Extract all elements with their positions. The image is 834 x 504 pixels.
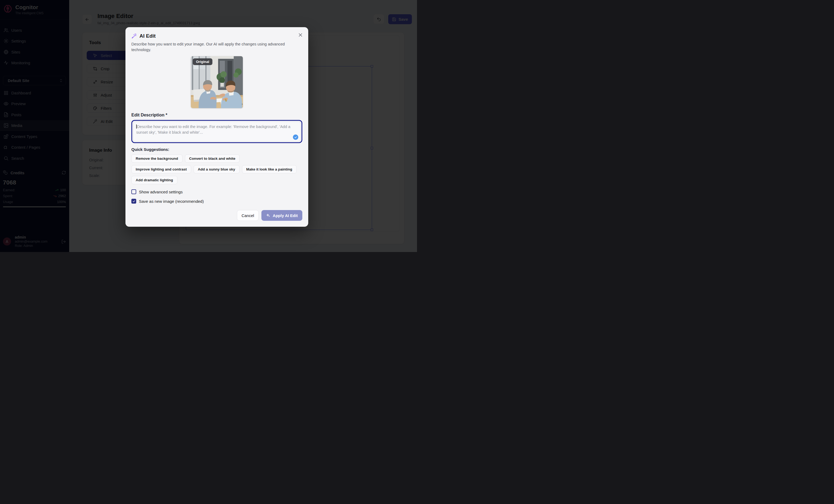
check-circle-icon — [293, 135, 298, 140]
original-badge: Original — [193, 59, 213, 65]
show-advanced-settings-checkbox[interactable]: Show advanced settings — [131, 189, 302, 194]
quick-suggestions: Remove the background Convert to black a… — [131, 154, 298, 184]
suggestion-remove-background[interactable]: Remove the background — [131, 154, 182, 163]
ai-edit-modal: AI Edit Describe how you want to edit yo… — [126, 27, 308, 227]
original-image-preview: Original — [191, 56, 243, 108]
text-caret — [136, 124, 137, 129]
edit-description-label: Edit Description * — [131, 113, 302, 117]
suggestion-painting[interactable]: Make it look like a painting — [242, 165, 297, 174]
suggestion-black-and-white[interactable]: Convert to black and white — [185, 154, 240, 163]
edit-description-placeholder: Describe how you want to edit the image.… — [136, 124, 290, 135]
wand-sparkles-icon — [131, 33, 137, 39]
suggestion-sunny-sky[interactable]: Add a sunny blue sky — [194, 165, 240, 174]
app-root: Cognitor The intelligent CMS Users Setti… — [0, 0, 417, 252]
suggestion-lighting-contrast[interactable]: Improve lighting and contrast — [131, 165, 191, 174]
cancel-button[interactable]: Cancel — [237, 210, 259, 221]
edit-description-field[interactable]: Describe how you want to edit the image.… — [131, 120, 302, 143]
sparkles-icon — [266, 213, 270, 217]
checkbox-checked — [131, 199, 136, 204]
save-as-new-image-checkbox[interactable]: Save as new image (recommended) — [131, 199, 302, 204]
quick-suggestions-label: Quick Suggestions: — [131, 147, 302, 152]
suggestion-dramatic-lighting[interactable]: Add dramatic lighting — [131, 176, 177, 184]
close-icon[interactable] — [298, 32, 303, 38]
modal-description: Describe how you want to edit your image… — [131, 41, 296, 53]
apply-ai-edit-button[interactable]: Apply AI Edit — [261, 210, 302, 221]
checkbox-unchecked — [131, 189, 136, 194]
modal-title: AI Edit — [139, 33, 156, 39]
